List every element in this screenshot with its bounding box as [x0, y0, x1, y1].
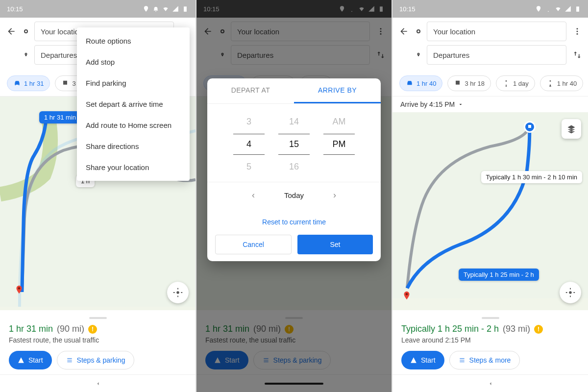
minute-value[interactable]: 15 [278, 134, 310, 155]
origin-dot-icon [416, 29, 420, 33]
screen-3: 10:15 Your location Departures [392, 0, 588, 392]
more-button[interactable] [571, 27, 583, 36]
android-navbar [0, 374, 196, 392]
android-navbar [392, 374, 588, 392]
warning-icon: ! [534, 325, 543, 334]
screen-1: 10:15 Your location Departures [0, 0, 196, 392]
locate-button[interactable] [167, 282, 189, 303]
date-prev-button[interactable]: ‹ [247, 188, 260, 202]
hour-value[interactable]: 4 [233, 134, 265, 155]
wifi-icon [162, 5, 169, 12]
route-sheet: Typically 1 h 25 min - 2 h (93 mi) ! Lea… [392, 310, 588, 374]
destination-pin-icon [24, 51, 28, 58]
sheet-handle[interactable] [482, 317, 499, 319]
svg-point-4 [18, 287, 21, 290]
location-icon [143, 5, 149, 12]
cancel-button[interactable]: Cancel [215, 235, 292, 254]
menu-route-options[interactable]: Route options [77, 30, 190, 51]
svg-point-5 [176, 291, 179, 294]
svg-point-15 [506, 80, 507, 82]
svg-point-21 [569, 291, 572, 294]
map[interactable]: Typically 1 h 30 min - 2 h 10 min Typica… [392, 112, 588, 310]
status-time: 10:15 [7, 5, 23, 13]
destination-field-text: Departures [41, 51, 77, 59]
menu-set-time[interactable]: Set depart & arrive time [77, 94, 190, 115]
route-duration: 1 hr 31 min [9, 324, 53, 334]
signal-icon [564, 5, 571, 12]
status-icons [143, 5, 189, 12]
date-next-button[interactable]: › [328, 188, 341, 202]
svg-point-16 [549, 80, 551, 82]
svg-point-13 [577, 31, 578, 32]
arrive-by-selector[interactable]: Arrive by 4:15 PM [392, 97, 588, 112]
locate-button[interactable] [560, 282, 581, 303]
chevron-down-icon [458, 101, 464, 107]
ampm-value[interactable]: PM [323, 134, 355, 155]
destination-marker-icon [401, 289, 412, 303]
set-button[interactable]: Set [297, 235, 373, 254]
menu-share-directions[interactable]: Share directions [77, 136, 190, 157]
svg-point-14 [577, 33, 578, 35]
location-icon [535, 5, 542, 12]
route-time-badge: 1 hr 31 min [39, 111, 81, 123]
chip-walk[interactable]: 1 day [496, 75, 535, 91]
status-icons [535, 5, 581, 12]
warning-icon: ! [88, 325, 97, 334]
time-picker[interactable]: 3 4 5 14 15 16 AM PM [207, 104, 381, 182]
route-subtitle: Leave around 2:15 PM [401, 336, 579, 344]
swap-button[interactable] [571, 50, 583, 59]
directions-header: Your location Departures [392, 18, 588, 72]
chip-transit[interactable]: 3 hr 18 [447, 75, 490, 91]
sheet-handle[interactable] [89, 317, 107, 319]
destination-field[interactable]: Departures [427, 45, 566, 65]
transit-stop-icon [524, 121, 536, 133]
back-button[interactable] [5, 26, 18, 36]
time-dialog: DEPART AT ARRIVE BY 3 4 5 14 15 16 AM PM… [207, 78, 381, 261]
tab-depart[interactable]: DEPART AT [207, 78, 294, 103]
status-time: 10:15 [399, 5, 416, 13]
primary-route-label: Typically 1 h 25 min - 2 h [459, 269, 539, 281]
route-distance: (93 mi) [503, 324, 530, 334]
svg-point-20 [406, 293, 408, 295]
mode-chips: 1 hr 40 3 hr 18 1 day 1 hr 40 8 h [392, 72, 588, 97]
menu-find-parking[interactable]: Find parking [77, 73, 190, 94]
steps-button[interactable]: Steps & more [449, 351, 520, 369]
menu-share-location[interactable]: Share your location [77, 157, 190, 178]
route-distance: (90 mi) [57, 324, 84, 334]
menu-add-stop[interactable]: Add stop [77, 51, 190, 73]
bell-off-icon [545, 5, 552, 12]
menu-add-home[interactable]: Add route to Home screen [77, 115, 190, 136]
reset-time-button[interactable]: Reset to current time [207, 208, 381, 235]
svg-point-12 [577, 28, 578, 29]
destination-pin-icon [416, 51, 421, 58]
status-bar: 10:15 [392, 0, 588, 18]
route-sheet: 1 hr 31 min (90 mi) ! Fastest route, the… [0, 310, 196, 374]
overflow-menu: Route options Add stop Find parking Set … [77, 27, 190, 181]
status-bar: 10:15 [0, 0, 196, 18]
route-duration: Typically 1 h 25 min - 2 h [401, 324, 499, 334]
start-button[interactable]: Start [401, 351, 444, 369]
wifi-icon [555, 5, 562, 12]
start-button[interactable]: Start [9, 351, 52, 369]
origin-field[interactable]: Your location [427, 22, 566, 41]
back-button[interactable] [397, 26, 410, 36]
battery-icon [574, 5, 581, 12]
chip-accessible[interactable]: 1 hr 40 [540, 75, 583, 91]
origin-dot-icon [24, 29, 28, 33]
date-label: Today [284, 191, 304, 199]
tab-arrive[interactable]: ARRIVE BY [294, 78, 381, 103]
chip-driving[interactable]: 1 hr 40 [399, 75, 442, 91]
chip-driving[interactable]: 1 hr 31 [7, 75, 50, 91]
alt-route-label: Typically 1 h 30 min - 2 h 10 min [481, 171, 582, 183]
layers-button[interactable] [562, 119, 581, 139]
battery-icon [182, 5, 189, 12]
screen-2: 10:15 Your location Departures [196, 0, 392, 392]
steps-button[interactable]: Steps & parking [57, 351, 135, 369]
signal-icon [172, 5, 179, 12]
route-subtitle: Fastest route, the usual traffic [9, 336, 187, 344]
destination-marker-icon [14, 283, 24, 297]
bell-off-icon [152, 5, 159, 12]
